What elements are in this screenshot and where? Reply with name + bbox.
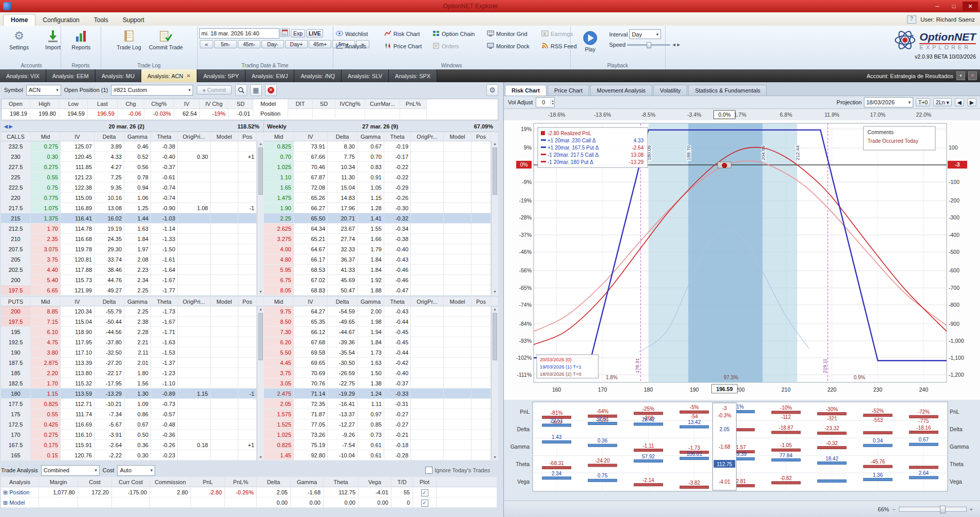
option-cell[interactable]: 44.76 [95, 275, 124, 285]
option-cell[interactable]: -1.71 [151, 327, 178, 337]
option-cell[interactable] [472, 317, 491, 327]
option-cell[interactable] [238, 193, 257, 203]
option-row[interactable]: 1852.20113.80-22.171.80-1.233.7570.69-26… [1, 368, 498, 378]
option-cell[interactable]: 116.89 [61, 203, 95, 213]
option-cell[interactable] [211, 182, 238, 193]
option-cell[interactable]: -1.23 [151, 368, 178, 378]
option-cell[interactable]: -0.48 [151, 419, 178, 430]
option-cell[interactable] [211, 193, 238, 203]
option-cell[interactable] [238, 254, 257, 265]
mid-cell[interactable]: 6.65 [31, 285, 61, 296]
option-cell[interactable]: 111.74 [61, 409, 95, 419]
option-cell[interactable]: 1.88 [357, 285, 384, 296]
scroll-thumb[interactable] [493, 313, 497, 360]
option-cell[interactable] [178, 234, 211, 244]
option-cell[interactable]: 0.52 [124, 152, 151, 162]
option-cell[interactable]: 2.23 [124, 265, 151, 275]
option-cell[interactable] [211, 162, 238, 172]
option-cell[interactable]: -0.44 [384, 347, 411, 358]
trade-analysis-combo[interactable]: Combined▾ [41, 465, 100, 476]
option-cell[interactable]: 115.73 [61, 275, 95, 285]
option-cell[interactable]: 71.14 [294, 389, 328, 399]
option-cell[interactable] [238, 265, 257, 275]
calendar-icon[interactable] [280, 28, 290, 37]
option-cell[interactable] [472, 389, 491, 399]
option-row[interactable]: 2053.75120.8133.742.08-1.614.8066.1736.3… [1, 254, 498, 265]
option-cell[interactable]: 49.27 [95, 285, 124, 296]
option-cell[interactable]: 11.30 [328, 172, 357, 182]
option-cell[interactable] [238, 347, 257, 358]
option-cell[interactable]: -0.26 [151, 440, 178, 450]
analysis-tab[interactable]: Analysis: /NQ [294, 69, 342, 82]
option-cell[interactable]: 72.35 [294, 399, 328, 409]
option-cell[interactable] [238, 141, 257, 152]
option-cell[interactable]: 1.15 [357, 193, 384, 203]
option-cell[interactable]: 69.65 [294, 358, 328, 368]
option-cell[interactable] [472, 399, 491, 409]
option-cell[interactable]: 33.74 [95, 254, 124, 265]
option-cell[interactable]: 2.08 [124, 254, 151, 265]
option-cell[interactable]: 64.67 [294, 244, 328, 254]
mid-cell[interactable]: 8.85 [31, 306, 61, 317]
mid-cell[interactable]: 0.55 [31, 409, 61, 419]
option-cell[interactable] [444, 224, 472, 234]
option-row[interactable]: 227.50.275111.854.270.56-0.371.02570.461… [1, 162, 498, 172]
option-cell[interactable]: 2.21 [124, 337, 151, 347]
option-cell[interactable]: 1.63 [124, 224, 151, 234]
option-cell[interactable] [178, 285, 211, 296]
option-cell[interactable] [211, 409, 238, 419]
option-row[interactable]: 232.50.275125.073.890.46-0.380.82573.918… [1, 141, 498, 152]
option-cell[interactable] [211, 285, 238, 296]
option-cell[interactable] [238, 285, 257, 296]
option-cell[interactable]: 1.15 [178, 389, 211, 399]
strike-cell[interactable]: 197.5 [1, 317, 31, 327]
option-cell[interactable] [444, 244, 472, 254]
option-cell[interactable] [211, 347, 238, 358]
analysis-tab[interactable]: Analysis: ACN✕ [141, 69, 197, 82]
mid-cell[interactable]: 5.95 [264, 265, 294, 275]
mid-cell[interactable]: 1.45 [264, 450, 294, 460]
scroll-thumb[interactable] [258, 147, 263, 195]
mid-cell[interactable]: 0.70 [264, 152, 294, 162]
option-cell[interactable]: 68.83 [294, 285, 328, 296]
option-cell[interactable] [238, 327, 257, 337]
option-cell[interactable]: 64.27 [294, 306, 328, 317]
option-cell[interactable] [472, 285, 491, 296]
mid-cell[interactable]: 1.70 [31, 378, 61, 389]
option-cell[interactable]: 120.76 [61, 450, 95, 460]
option-cell[interactable] [238, 306, 257, 317]
option-cell[interactable]: -0.43 [384, 306, 411, 317]
option-cell[interactable]: -0.45 [384, 327, 411, 337]
mid-cell[interactable]: 4.40 [31, 265, 61, 275]
option-cell[interactable] [411, 409, 444, 419]
option-cell[interactable] [211, 306, 238, 317]
mid-cell[interactable]: 1.10 [264, 172, 294, 182]
strike-cell[interactable]: 177.5 [1, 399, 31, 409]
option-cell[interactable]: -0.17 [384, 152, 411, 162]
mid-cell[interactable]: 1.375 [31, 213, 61, 224]
option-cell[interactable]: -0.33 [384, 389, 411, 399]
option-cell[interactable]: -1.14 [151, 224, 178, 234]
option-cell[interactable]: 1.73 [357, 347, 384, 358]
option-cell[interactable] [238, 368, 257, 378]
option-cell[interactable]: 2.34 [124, 275, 151, 285]
option-cell[interactable]: -44.67 [328, 327, 357, 337]
option-cell[interactable]: -13.37 [328, 409, 357, 419]
option-cell[interactable]: 1.50 [357, 368, 384, 378]
option-cell[interactable] [472, 430, 491, 440]
option-cell[interactable] [444, 193, 472, 203]
option-cell[interactable]: 0.67 [357, 141, 384, 152]
option-cell[interactable] [444, 430, 472, 440]
option-cell[interactable]: 0.94 [124, 182, 151, 193]
option-cell[interactable]: 1.11 [357, 399, 384, 409]
mid-cell[interactable]: 0.75 [31, 182, 61, 193]
symbol-combo[interactable]: ACN▾ [26, 85, 61, 96]
option-cell[interactable]: -1.53 [151, 347, 178, 358]
projection-prev-button[interactable]: ◀ [955, 98, 964, 106]
menu-item-home[interactable]: Home [3, 14, 35, 26]
option-cell[interactable] [444, 254, 472, 265]
option-cell[interactable]: 1.84 [357, 337, 384, 347]
option-cell[interactable] [472, 203, 491, 213]
option-cell[interactable]: 2.01 [124, 358, 151, 368]
vertical-scrollbar[interactable]: ▲▼ [491, 141, 498, 295]
